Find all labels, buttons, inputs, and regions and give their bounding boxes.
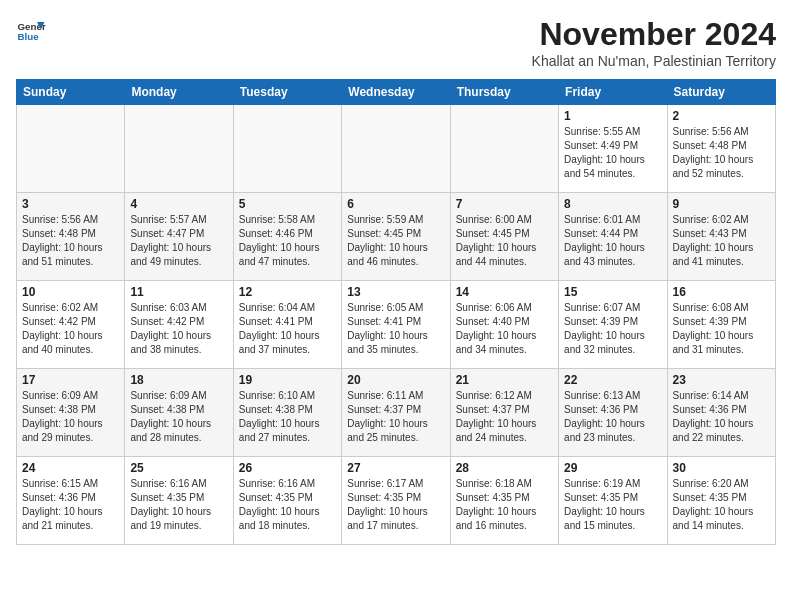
day-info: Sunrise: 6:16 AM Sunset: 4:35 PM Dayligh… — [130, 477, 227, 533]
calendar-body: 1Sunrise: 5:55 AM Sunset: 4:49 PM Daylig… — [17, 105, 776, 545]
day-info: Sunrise: 6:09 AM Sunset: 4:38 PM Dayligh… — [22, 389, 119, 445]
day-number: 14 — [456, 285, 553, 299]
day-info: Sunrise: 6:11 AM Sunset: 4:37 PM Dayligh… — [347, 389, 444, 445]
day-info: Sunrise: 5:59 AM Sunset: 4:45 PM Dayligh… — [347, 213, 444, 269]
day-number: 17 — [22, 373, 119, 387]
calendar-cell — [17, 105, 125, 193]
day-number: 23 — [673, 373, 770, 387]
calendar-cell: 1Sunrise: 5:55 AM Sunset: 4:49 PM Daylig… — [559, 105, 667, 193]
day-number: 25 — [130, 461, 227, 475]
calendar-cell — [233, 105, 341, 193]
calendar-cell: 25Sunrise: 6:16 AM Sunset: 4:35 PM Dayli… — [125, 457, 233, 545]
day-number: 16 — [673, 285, 770, 299]
calendar-cell: 3Sunrise: 5:56 AM Sunset: 4:48 PM Daylig… — [17, 193, 125, 281]
calendar-cell: 21Sunrise: 6:12 AM Sunset: 4:37 PM Dayli… — [450, 369, 558, 457]
day-info: Sunrise: 6:20 AM Sunset: 4:35 PM Dayligh… — [673, 477, 770, 533]
day-info: Sunrise: 6:06 AM Sunset: 4:40 PM Dayligh… — [456, 301, 553, 357]
day-info: Sunrise: 6:16 AM Sunset: 4:35 PM Dayligh… — [239, 477, 336, 533]
calendar-cell: 11Sunrise: 6:03 AM Sunset: 4:42 PM Dayli… — [125, 281, 233, 369]
logo-icon: General Blue — [16, 16, 46, 46]
calendar-week-1: 1Sunrise: 5:55 AM Sunset: 4:49 PM Daylig… — [17, 105, 776, 193]
weekday-header-wednesday: Wednesday — [342, 80, 450, 105]
calendar-header: SundayMondayTuesdayWednesdayThursdayFrid… — [17, 80, 776, 105]
weekday-header-friday: Friday — [559, 80, 667, 105]
calendar-cell: 27Sunrise: 6:17 AM Sunset: 4:35 PM Dayli… — [342, 457, 450, 545]
month-title: November 2024 — [532, 16, 776, 53]
calendar-cell: 18Sunrise: 6:09 AM Sunset: 4:38 PM Dayli… — [125, 369, 233, 457]
day-number: 26 — [239, 461, 336, 475]
day-number: 10 — [22, 285, 119, 299]
day-number: 5 — [239, 197, 336, 211]
title-area: November 2024 Khallat an Nu'man, Palesti… — [532, 16, 776, 69]
day-info: Sunrise: 6:00 AM Sunset: 4:45 PM Dayligh… — [456, 213, 553, 269]
day-info: Sunrise: 5:55 AM Sunset: 4:49 PM Dayligh… — [564, 125, 661, 181]
day-number: 3 — [22, 197, 119, 211]
calendar-cell — [342, 105, 450, 193]
logo: General Blue — [16, 16, 46, 46]
day-info: Sunrise: 6:05 AM Sunset: 4:41 PM Dayligh… — [347, 301, 444, 357]
day-number: 9 — [673, 197, 770, 211]
day-info: Sunrise: 6:03 AM Sunset: 4:42 PM Dayligh… — [130, 301, 227, 357]
day-number: 7 — [456, 197, 553, 211]
day-number: 21 — [456, 373, 553, 387]
calendar-week-5: 24Sunrise: 6:15 AM Sunset: 4:36 PM Dayli… — [17, 457, 776, 545]
calendar-week-4: 17Sunrise: 6:09 AM Sunset: 4:38 PM Dayli… — [17, 369, 776, 457]
weekday-header-saturday: Saturday — [667, 80, 775, 105]
weekday-header-monday: Monday — [125, 80, 233, 105]
calendar-cell: 17Sunrise: 6:09 AM Sunset: 4:38 PM Dayli… — [17, 369, 125, 457]
day-number: 30 — [673, 461, 770, 475]
calendar-cell: 10Sunrise: 6:02 AM Sunset: 4:42 PM Dayli… — [17, 281, 125, 369]
day-info: Sunrise: 6:02 AM Sunset: 4:42 PM Dayligh… — [22, 301, 119, 357]
calendar-cell: 5Sunrise: 5:58 AM Sunset: 4:46 PM Daylig… — [233, 193, 341, 281]
day-info: Sunrise: 5:56 AM Sunset: 4:48 PM Dayligh… — [22, 213, 119, 269]
day-number: 18 — [130, 373, 227, 387]
day-info: Sunrise: 6:02 AM Sunset: 4:43 PM Dayligh… — [673, 213, 770, 269]
calendar-cell: 30Sunrise: 6:20 AM Sunset: 4:35 PM Dayli… — [667, 457, 775, 545]
day-info: Sunrise: 6:18 AM Sunset: 4:35 PM Dayligh… — [456, 477, 553, 533]
calendar-cell — [125, 105, 233, 193]
calendar-cell: 19Sunrise: 6:10 AM Sunset: 4:38 PM Dayli… — [233, 369, 341, 457]
day-info: Sunrise: 6:10 AM Sunset: 4:38 PM Dayligh… — [239, 389, 336, 445]
calendar-cell: 28Sunrise: 6:18 AM Sunset: 4:35 PM Dayli… — [450, 457, 558, 545]
calendar-cell: 29Sunrise: 6:19 AM Sunset: 4:35 PM Dayli… — [559, 457, 667, 545]
calendar-cell: 7Sunrise: 6:00 AM Sunset: 4:45 PM Daylig… — [450, 193, 558, 281]
day-number: 22 — [564, 373, 661, 387]
day-number: 4 — [130, 197, 227, 211]
day-number: 29 — [564, 461, 661, 475]
calendar-cell: 2Sunrise: 5:56 AM Sunset: 4:48 PM Daylig… — [667, 105, 775, 193]
calendar-week-2: 3Sunrise: 5:56 AM Sunset: 4:48 PM Daylig… — [17, 193, 776, 281]
day-info: Sunrise: 6:09 AM Sunset: 4:38 PM Dayligh… — [130, 389, 227, 445]
day-number: 8 — [564, 197, 661, 211]
calendar-cell: 22Sunrise: 6:13 AM Sunset: 4:36 PM Dayli… — [559, 369, 667, 457]
day-number: 2 — [673, 109, 770, 123]
day-number: 6 — [347, 197, 444, 211]
calendar-cell: 26Sunrise: 6:16 AM Sunset: 4:35 PM Dayli… — [233, 457, 341, 545]
day-info: Sunrise: 6:15 AM Sunset: 4:36 PM Dayligh… — [22, 477, 119, 533]
day-info: Sunrise: 6:19 AM Sunset: 4:35 PM Dayligh… — [564, 477, 661, 533]
calendar-table: SundayMondayTuesdayWednesdayThursdayFrid… — [16, 79, 776, 545]
location-subtitle: Khallat an Nu'man, Palestinian Territory — [532, 53, 776, 69]
day-info: Sunrise: 6:04 AM Sunset: 4:41 PM Dayligh… — [239, 301, 336, 357]
day-info: Sunrise: 5:58 AM Sunset: 4:46 PM Dayligh… — [239, 213, 336, 269]
calendar-cell: 4Sunrise: 5:57 AM Sunset: 4:47 PM Daylig… — [125, 193, 233, 281]
calendar-week-3: 10Sunrise: 6:02 AM Sunset: 4:42 PM Dayli… — [17, 281, 776, 369]
day-number: 13 — [347, 285, 444, 299]
calendar-cell: 12Sunrise: 6:04 AM Sunset: 4:41 PM Dayli… — [233, 281, 341, 369]
day-info: Sunrise: 6:13 AM Sunset: 4:36 PM Dayligh… — [564, 389, 661, 445]
day-info: Sunrise: 5:56 AM Sunset: 4:48 PM Dayligh… — [673, 125, 770, 181]
weekday-header-row: SundayMondayTuesdayWednesdayThursdayFrid… — [17, 80, 776, 105]
calendar-cell — [450, 105, 558, 193]
weekday-header-sunday: Sunday — [17, 80, 125, 105]
day-number: 12 — [239, 285, 336, 299]
day-number: 1 — [564, 109, 661, 123]
calendar-cell: 20Sunrise: 6:11 AM Sunset: 4:37 PM Dayli… — [342, 369, 450, 457]
day-number: 28 — [456, 461, 553, 475]
day-info: Sunrise: 6:07 AM Sunset: 4:39 PM Dayligh… — [564, 301, 661, 357]
calendar-cell: 8Sunrise: 6:01 AM Sunset: 4:44 PM Daylig… — [559, 193, 667, 281]
calendar-cell: 13Sunrise: 6:05 AM Sunset: 4:41 PM Dayli… — [342, 281, 450, 369]
weekday-header-thursday: Thursday — [450, 80, 558, 105]
day-info: Sunrise: 6:12 AM Sunset: 4:37 PM Dayligh… — [456, 389, 553, 445]
day-number: 11 — [130, 285, 227, 299]
header: General Blue November 2024 Khallat an Nu… — [16, 16, 776, 69]
calendar-cell: 15Sunrise: 6:07 AM Sunset: 4:39 PM Dayli… — [559, 281, 667, 369]
